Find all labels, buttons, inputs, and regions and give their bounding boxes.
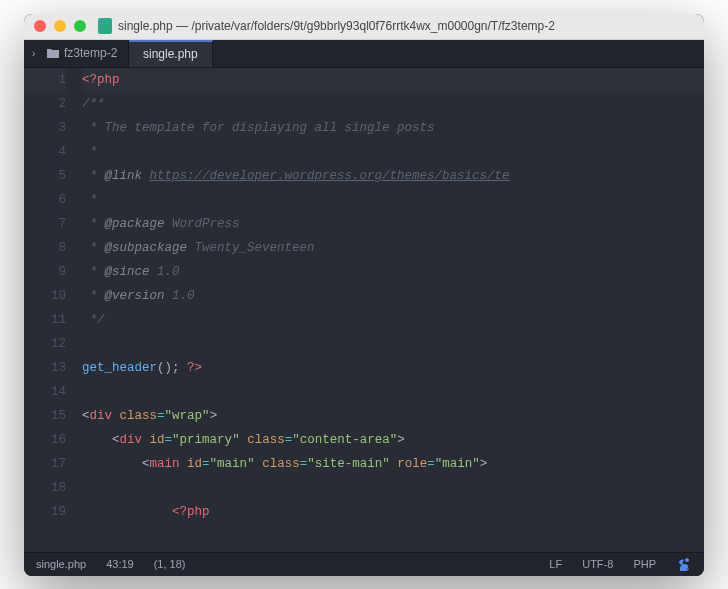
squirrel-icon[interactable] xyxy=(676,556,692,572)
project-root[interactable]: › fz3temp-2 xyxy=(24,40,129,67)
project-bar: › fz3temp-2 single.php xyxy=(24,40,704,68)
code-line: <div id="primary" class="content-area"> xyxy=(82,428,704,452)
code-line: */ xyxy=(82,308,704,332)
status-right: LF UTF-8 PHP xyxy=(549,556,692,572)
status-left: single.php 43:19 (1, 18) xyxy=(36,558,529,570)
line-number[interactable]: 11 xyxy=(24,308,66,332)
file-type-icon xyxy=(98,18,112,34)
code-line xyxy=(82,380,704,404)
editor-window: single.php — /private/var/folders/9t/g9b… xyxy=(24,14,704,576)
line-number[interactable]: 12 xyxy=(24,332,66,356)
line-number[interactable]: 7 xyxy=(24,212,66,236)
status-encoding[interactable]: UTF-8 xyxy=(582,558,613,570)
status-file[interactable]: single.php xyxy=(36,558,86,570)
line-number[interactable]: 4 xyxy=(24,140,66,164)
maximize-button[interactable] xyxy=(74,20,86,32)
tab-label: single.php xyxy=(143,47,198,61)
code-line: <?php xyxy=(82,500,704,524)
line-number[interactable]: 3 xyxy=(24,116,66,140)
code-line: * @package WordPress xyxy=(82,212,704,236)
window-title: single.php — /private/var/folders/9t/g9b… xyxy=(118,19,555,33)
line-number[interactable]: 15 xyxy=(24,404,66,428)
traffic-lights xyxy=(34,20,86,32)
code-line xyxy=(82,476,704,500)
code-line: <main id="main" class="site-main" role="… xyxy=(82,452,704,476)
code-line: <div class="wrap"> xyxy=(82,404,704,428)
line-number[interactable]: 16 xyxy=(24,428,66,452)
code-line: * @link https://developer.wordpress.org/… xyxy=(82,164,704,188)
status-lang[interactable]: PHP xyxy=(633,558,656,570)
line-number[interactable]: 18 xyxy=(24,476,66,500)
code-line: * xyxy=(82,140,704,164)
chevron-right-icon: › xyxy=(32,48,42,59)
minimize-button[interactable] xyxy=(54,20,66,32)
code-line: * @since 1.0 xyxy=(82,260,704,284)
line-number[interactable]: 9 xyxy=(24,260,66,284)
line-number[interactable]: 17 xyxy=(24,452,66,476)
status-size[interactable]: 43:19 xyxy=(106,558,134,570)
code-line: get_header(); ?> xyxy=(82,356,704,380)
code-content[interactable]: <?php /** * The template for displaying … xyxy=(78,68,704,552)
code-line: * The template for displaying all single… xyxy=(82,116,704,140)
line-number[interactable]: 5 xyxy=(24,164,66,188)
gutter: 1 2 3 4 5 6 7 8 9 10 11 12 13 14 15 16 1… xyxy=(24,68,78,552)
code-line: * @version 1.0 xyxy=(82,284,704,308)
line-number[interactable]: 2 xyxy=(24,92,66,116)
tab-single-php[interactable]: single.php xyxy=(129,40,213,67)
line-number[interactable]: 8 xyxy=(24,236,66,260)
code-line: * xyxy=(82,188,704,212)
titlebar[interactable]: single.php — /private/var/folders/9t/g9b… xyxy=(24,14,704,40)
editor-area[interactable]: 1 2 3 4 5 6 7 8 9 10 11 12 13 14 15 16 1… xyxy=(24,68,704,552)
line-number[interactable]: 19 xyxy=(24,500,66,524)
line-number[interactable]: 6 xyxy=(24,188,66,212)
code-line xyxy=(82,332,704,356)
line-number[interactable]: 10 xyxy=(24,284,66,308)
line-number[interactable]: 14 xyxy=(24,380,66,404)
status-cursor[interactable]: (1, 18) xyxy=(154,558,186,570)
status-bar: single.php 43:19 (1, 18) LF UTF-8 PHP xyxy=(24,552,704,576)
project-root-label: fz3temp-2 xyxy=(64,46,117,60)
status-eol[interactable]: LF xyxy=(549,558,562,570)
code-line: /** xyxy=(82,92,704,116)
close-button[interactable] xyxy=(34,20,46,32)
line-number[interactable]: 13 xyxy=(24,356,66,380)
folder-icon xyxy=(46,47,60,59)
code-line: * @subpackage Twenty_Seventeen xyxy=(82,236,704,260)
code-line: <?php xyxy=(82,68,704,92)
line-number[interactable]: 1 xyxy=(24,68,66,92)
